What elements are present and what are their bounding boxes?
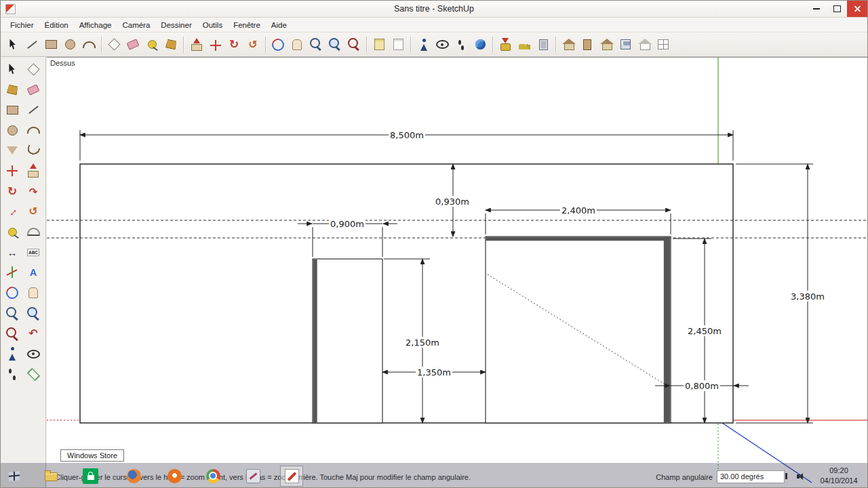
lt-3d-text-button[interactable] — [23, 262, 43, 283]
lt-zoom-extents-button[interactable] — [2, 323, 22, 344]
view-label: Dessus — [50, 59, 75, 67]
door-opening — [313, 259, 382, 423]
dim-total-width: 8,500m — [390, 130, 424, 140]
lt-pan-button[interactable] — [23, 283, 43, 303]
get-models-button[interactable] — [559, 35, 578, 54]
zoom-window-button[interactable] — [326, 35, 344, 54]
orbit-tool-button[interactable] — [269, 35, 288, 54]
lt-tape-measure-button[interactable] — [2, 222, 22, 242]
walk-tool-button[interactable] — [452, 35, 471, 54]
volume-icon[interactable] — [794, 472, 805, 481]
maximize-button[interactable] — [827, 1, 847, 17]
look-around-button[interactable] — [433, 35, 452, 54]
close-button[interactable] — [847, 1, 867, 17]
lt-make-component-button[interactable] — [23, 59, 43, 79]
offset-tool-button[interactable] — [243, 35, 262, 54]
dim-door-height: 2,150m — [406, 338, 439, 348]
toolbar-separator — [492, 37, 493, 53]
lt-axes-button[interactable] — [2, 262, 22, 283]
eraser-tool-button[interactable] — [123, 35, 142, 54]
lt-polygon-button[interactable] — [2, 140, 22, 161]
chrome-icon[interactable] — [205, 468, 221, 483]
arc-tool-button[interactable] — [79, 35, 98, 54]
lt-scale-button[interactable] — [2, 201, 22, 222]
paint-bucket-button[interactable] — [161, 35, 180, 54]
circle-tool-button[interactable] — [60, 35, 79, 54]
lt-dimension-button[interactable] — [2, 242, 22, 262]
lt-position-camera-button[interactable] — [2, 344, 22, 364]
lt-eraser-button[interactable] — [23, 79, 43, 100]
menu-bar: Fichier Édition Affichage Caméra Dessine… — [1, 18, 867, 33]
position-camera-button[interactable] — [414, 35, 433, 54]
lt-paint-bucket-button[interactable] — [2, 79, 22, 100]
lt-freehand-button[interactable] — [23, 140, 43, 161]
lt-rectangle-button[interactable] — [2, 100, 22, 120]
paint-app-icon[interactable] — [245, 468, 261, 483]
zoom-extents-button[interactable] — [344, 35, 363, 54]
model-drawing: 8,500m 3,380m 0,930m 2,400m 0,900m 2,150… — [47, 58, 868, 488]
minimize-button[interactable] — [806, 1, 827, 17]
lt-orbit-button[interactable] — [2, 283, 22, 303]
zoom-tool-button[interactable] — [307, 35, 326, 54]
menu-edition[interactable]: Édition — [39, 19, 74, 31]
component-door-button[interactable] — [578, 35, 597, 54]
lt-zoom-window-button[interactable] — [23, 303, 43, 323]
lt-arc-button[interactable] — [23, 120, 43, 140]
lt-zoom-button[interactable] — [2, 303, 22, 323]
pan-tool-button[interactable] — [288, 35, 307, 54]
previous-view-button[interactable] — [370, 35, 389, 54]
select-tool-button[interactable] — [3, 35, 22, 54]
file-explorer-icon[interactable] — [43, 468, 59, 483]
save-button[interactable] — [616, 35, 635, 54]
menu-dessiner[interactable]: Dessiner — [155, 19, 197, 31]
toggle-terrain-button[interactable] — [515, 35, 534, 54]
line-tool-button[interactable] — [22, 35, 41, 54]
windows-store-icon[interactable] — [83, 468, 98, 484]
lt-line-button[interactable] — [23, 100, 43, 120]
lt-section-plane-button[interactable] — [23, 364, 43, 384]
browser-orange-icon[interactable] — [166, 468, 182, 483]
dim-garage-height: 2,450m — [688, 326, 722, 336]
top-toolbar — [1, 33, 867, 57]
photo-textures-button[interactable] — [534, 35, 553, 54]
component-window-button[interactable] — [654, 35, 673, 54]
menu-aide[interactable]: Aide — [266, 19, 292, 31]
lt-select-button[interactable] — [2, 59, 22, 79]
get-current-view-button[interactable] — [496, 35, 515, 54]
menu-fichier[interactable]: Fichier — [5, 19, 39, 31]
push-pull-button[interactable] — [186, 35, 205, 54]
start-button[interactable] — [6, 468, 22, 483]
menu-fenetre[interactable]: Fenêtre — [228, 19, 266, 31]
share-model-button[interactable] — [597, 35, 616, 54]
menu-camera[interactable]: Caméra — [117, 19, 155, 31]
taskbar-clock[interactable]: 09:20 04/10/2014 — [814, 466, 863, 486]
move-tool-button[interactable] — [205, 35, 224, 54]
lt-zoom-previous-button[interactable] — [23, 323, 43, 344]
measurement-field[interactable]: 30.00 degrés — [717, 470, 785, 483]
lt-circle-button[interactable] — [2, 120, 22, 140]
dim-wall-height: 3,380m — [791, 291, 825, 302]
lt-move-button[interactable] — [2, 161, 22, 181]
drawing-canvas[interactable]: Dessus — [47, 57, 868, 488]
tape-measure-button[interactable] — [142, 35, 161, 54]
sketchup-taskbar-icon[interactable] — [280, 466, 303, 487]
lt-rotate-button[interactable] — [2, 181, 22, 201]
google-earth-button[interactable] — [471, 35, 490, 54]
lt-text-button[interactable] — [23, 242, 43, 262]
make-component-button[interactable] — [104, 35, 123, 54]
lt-protractor-button[interactable] — [23, 222, 43, 242]
lt-follow-me-button[interactable] — [23, 181, 43, 201]
lt-walk-button[interactable] — [2, 364, 22, 384]
rectangle-tool-button[interactable] — [41, 35, 60, 54]
next-view-button[interactable] — [389, 35, 408, 54]
firefox-icon[interactable] — [125, 468, 142, 483]
lt-push-pull-button[interactable] — [23, 161, 43, 181]
menu-outils[interactable]: Outils — [197, 19, 228, 31]
house-template-button[interactable] — [635, 35, 654, 54]
lt-offset-button[interactable] — [23, 201, 43, 222]
lt-look-around-button[interactable] — [23, 344, 43, 364]
menu-affichage[interactable]: Affichage — [74, 19, 117, 31]
toolbar-separator — [366, 37, 367, 53]
window-title: Sans titre - SketchUp — [1, 4, 867, 14]
rotate-tool-button[interactable] — [224, 35, 243, 54]
